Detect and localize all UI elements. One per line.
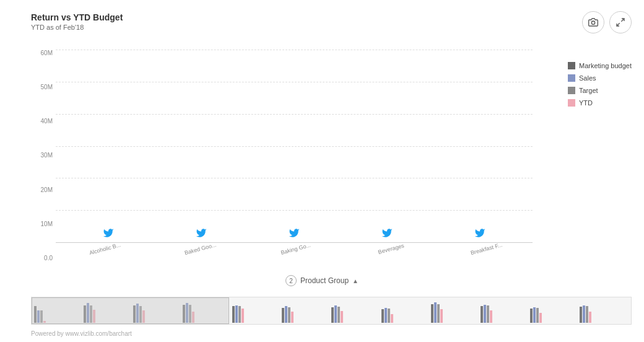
camera-button[interactable]: [582, 11, 604, 33]
footer-text: Powered by www.vizlib.com/barchart: [31, 330, 132, 337]
mini-bar-4-1: [235, 305, 238, 323]
mini-bar-9-0: [481, 306, 483, 323]
mini-group-6: [331, 305, 380, 323]
mini-bar-5-3: [291, 312, 294, 323]
mini-bar-9-2: [487, 305, 489, 323]
mini-bar-8-2: [437, 304, 440, 323]
mini-bar-4-2: [238, 306, 241, 323]
mini-bar-10-3: [539, 313, 542, 323]
legend: Marketing budget Sales Target YTD: [568, 62, 632, 107]
mini-bar-4-0: [232, 306, 235, 323]
mini-bar-11-3: [589, 312, 591, 323]
mini-bar-9-1: [484, 305, 486, 323]
chart-title: Return vs YTD Budget: [31, 12, 123, 22]
mini-bar-11-2: [586, 306, 588, 323]
sort-icon: ▲: [352, 278, 359, 284]
axis-dimension-number: 2: [285, 275, 297, 286]
legend-item-sales: Sales: [568, 74, 632, 82]
mini-group-9: [481, 305, 529, 323]
mini-group-8: [431, 302, 480, 323]
mini-group-4: [232, 305, 281, 323]
legend-label-ytd: YTD: [579, 99, 593, 107]
mini-bar-10-2: [536, 308, 539, 323]
legend-color-target: [568, 87, 575, 94]
y-label-60m: 60M: [41, 50, 53, 56]
legend-label-target: Target: [579, 87, 598, 94]
y-label-20m: 20M: [41, 186, 53, 193]
mini-bar-6-0: [331, 307, 334, 323]
mini-bar-6-3: [341, 311, 343, 323]
y-label-10m: 10M: [41, 221, 53, 227]
twitter-bird-2: [287, 227, 301, 242]
y-axis: 60M 50M 40M 30M 20M 10M 0.0: [31, 50, 56, 261]
bars-area: [56, 50, 533, 243]
svg-line-1: [621, 19, 624, 22]
y-label-0: 0.0: [44, 255, 53, 261]
mini-bar-8-3: [440, 309, 443, 323]
top-icons: [582, 11, 632, 33]
mini-group-11: [580, 305, 629, 323]
mini-bar-10-0: [530, 309, 533, 323]
legend-label-marketing: Marketing budget: [579, 62, 632, 69]
mini-highlight: [32, 297, 229, 324]
mini-bar-7-2: [388, 309, 390, 323]
mini-bar-11-0: [580, 307, 582, 323]
mini-bar-5-0: [282, 308, 284, 323]
legend-label-sales: Sales: [579, 74, 596, 82]
mini-bar-8-0: [431, 304, 433, 323]
x-axis: Alcoholic B...Baked Goo...Baking Go...Be…: [56, 243, 533, 261]
mini-group-7: [381, 308, 430, 323]
mini-bar-8-1: [434, 302, 437, 323]
mini-bar-5-1: [285, 306, 287, 323]
mini-bar-5-2: [288, 307, 290, 323]
legend-item-ytd: YTD: [568, 99, 632, 107]
chart-subtitle: YTD as of Feb'18: [31, 24, 123, 31]
mini-bar-7-3: [391, 314, 393, 323]
twitter-bird-1: [194, 227, 208, 242]
mini-bar-11-1: [583, 305, 585, 323]
product-group-label: 2 Product Group ▲: [285, 275, 359, 286]
mini-bar-10-1: [533, 307, 536, 323]
mini-bar-7-1: [385, 308, 387, 323]
mini-group-5: [282, 306, 331, 323]
mini-group-10: [530, 307, 579, 323]
svg-line-2: [617, 23, 620, 26]
legend-color-ytd: [568, 99, 575, 107]
legend-color-marketing: [568, 62, 575, 69]
mini-bar-9-3: [490, 310, 492, 323]
svg-point-0: [591, 21, 594, 24]
chart-container: Return vs YTD Budget YTD as of Feb'18 Ma…: [0, 0, 644, 342]
mini-bar-6-1: [334, 305, 337, 323]
axis-dimension-text: Product Group: [300, 276, 349, 285]
legend-item-marketing: Marketing budget: [568, 62, 632, 69]
chart-title-area: Return vs YTD Budget YTD as of Feb'18: [31, 12, 123, 31]
y-label-30m: 30M: [41, 152, 53, 159]
y-label-40m: 40M: [41, 118, 53, 125]
mini-bar-6-2: [337, 307, 340, 323]
mini-bar-4-3: [242, 309, 244, 323]
twitter-bird-3: [380, 227, 394, 242]
footer: Powered by www.vizlib.com/barchart: [31, 330, 132, 337]
y-label-50m: 50M: [41, 84, 53, 90]
mini-chart[interactable]: [31, 297, 632, 325]
legend-color-sales: [568, 74, 575, 82]
chart-area: 60M 50M 40M 30M 20M 10M 0.0 Alcoholic B.…: [31, 50, 533, 261]
mini-bar-7-0: [381, 309, 384, 323]
expand-button[interactable]: [609, 11, 632, 33]
legend-item-target: Target: [568, 87, 632, 94]
twitter-bird-4: [473, 227, 487, 242]
